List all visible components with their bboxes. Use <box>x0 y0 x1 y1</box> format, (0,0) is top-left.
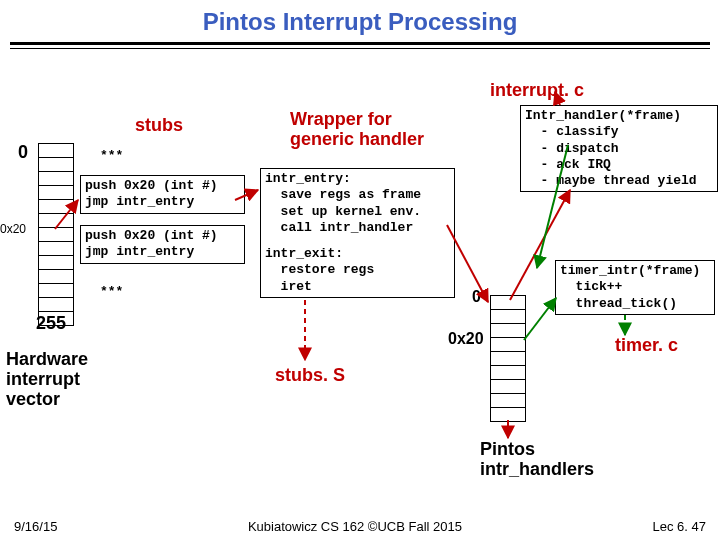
intr-entry-l1: intr_entry: <box>265 171 450 187</box>
stubs-ellipsis-top: *** <box>100 148 123 164</box>
intr-handler-box: Intr_handler(*frame) - classify - dispat… <box>520 105 718 192</box>
stub1-line2: jmp intr_entry <box>85 244 240 260</box>
stub0-line2: jmp intr_entry <box>85 194 240 210</box>
hw-l3: vector <box>6 390 88 410</box>
stub-code-0: push 0x20 (int #) jmp intr_entry <box>80 175 245 214</box>
handler-index-0x20: 0x20 <box>448 330 484 348</box>
ih-l5: - maybe thread yield <box>525 173 713 189</box>
handler-table-column <box>490 295 526 422</box>
intr-exit-l2: restore regs <box>265 262 450 278</box>
slide-title: Pintos Interrupt Processing <box>0 0 720 36</box>
ih-l2: - classify <box>525 124 713 140</box>
wrapper-heading: Wrapper for generic handler <box>290 110 424 150</box>
title-underline <box>10 42 710 49</box>
idt-index-0: 0 <box>18 142 28 163</box>
hw-interrupt-vector-label: Hardware interrupt vector <box>6 350 88 409</box>
hw-l2: interrupt <box>6 370 88 390</box>
idt-index-0x20: 0x20 <box>0 222 26 236</box>
timer-c-label: timer. c <box>615 335 678 356</box>
intr-exit-l3: iret <box>265 279 450 295</box>
ph-l1: Pintos <box>480 440 594 460</box>
intr-exit-l1: intr_exit: <box>265 246 450 262</box>
ti-l1: timer_intr(*frame) <box>560 263 710 279</box>
timer-intr-box: timer_intr(*frame) tick++ thread_tick() <box>555 260 715 315</box>
stubs-heading: stubs <box>135 115 183 136</box>
footer-date: 9/16/15 <box>14 519 57 534</box>
intr-entry-l3: set up kernel env. <box>265 204 450 220</box>
intr-entry-l2: save regs as frame <box>265 187 450 203</box>
intr-entry-box: intr_entry: save regs as frame set up ke… <box>260 168 455 298</box>
svg-line-5 <box>524 298 556 340</box>
idt-column <box>38 143 74 326</box>
ih-l3: - dispatch <box>525 141 713 157</box>
intr-entry-l4: call intr_handler <box>265 220 450 236</box>
stubs-ellipsis-bottom: *** <box>100 284 123 300</box>
ti-l2: tick++ <box>560 279 710 295</box>
ih-l1: Intr_handler(*frame) <box>525 108 713 124</box>
ih-l4: - ack IRQ <box>525 157 713 173</box>
footer-center: Kubiatowicz CS 162 ©UCB Fall 2015 <box>248 519 462 534</box>
pintos-intr-handlers-label: Pintos intr_handlers <box>480 440 594 480</box>
hw-l1: Hardware <box>6 350 88 370</box>
idt-index-255: 255 <box>36 313 66 334</box>
handler-index-0: 0 <box>472 288 481 306</box>
stubs-s-label: stubs. S <box>275 365 345 386</box>
footer-right: Lec 6. 47 <box>652 519 706 534</box>
wrapper-l1: Wrapper for <box>290 110 424 130</box>
interrupt-c-label: interrupt. c <box>490 80 584 101</box>
ph-l2: intr_handlers <box>480 460 594 480</box>
stub0-line1: push 0x20 (int #) <box>85 178 240 194</box>
wrapper-l2: generic handler <box>290 130 424 150</box>
slide-footer: 9/16/15 Kubiatowicz CS 162 ©UCB Fall 201… <box>0 519 720 534</box>
stub1-line1: push 0x20 (int #) <box>85 228 240 244</box>
ti-l3: thread_tick() <box>560 296 710 312</box>
stub-code-1: push 0x20 (int #) jmp intr_entry <box>80 225 245 264</box>
